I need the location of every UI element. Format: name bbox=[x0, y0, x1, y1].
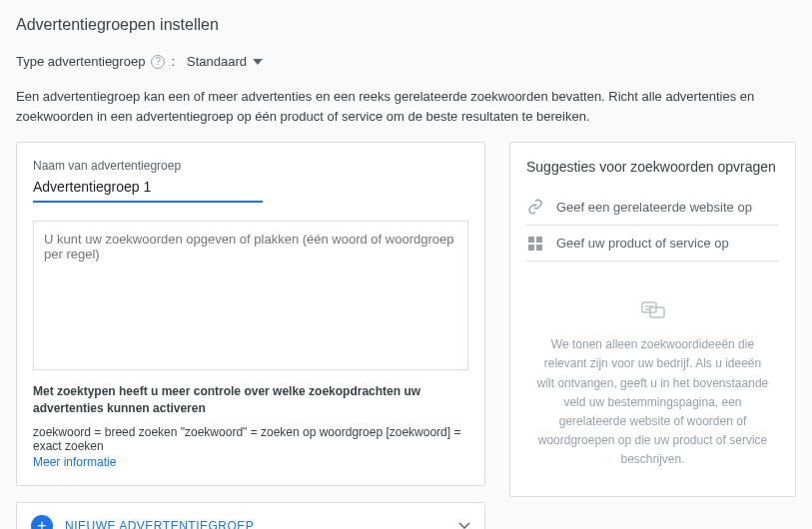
suggestions-empty-state: We tonen alleen zoekwoordideeën die rele… bbox=[526, 262, 779, 480]
link-icon bbox=[526, 199, 544, 215]
ad-group-type-row: Type advertentiegroep ? : Standaard bbox=[16, 50, 796, 73]
svg-rect-3 bbox=[536, 245, 542, 251]
svg-rect-1 bbox=[536, 237, 542, 243]
suggestions-card: Suggesties voor zoekwoorden opvragen Gee… bbox=[509, 142, 796, 497]
keywords-textarea[interactable] bbox=[33, 221, 468, 370]
suggestion-product-row[interactable]: Geef uw product of service op bbox=[526, 226, 779, 262]
matchtype-note: Met zoektypen heeft u meer controle over… bbox=[33, 383, 468, 417]
ad-group-type-select[interactable]: Standaard bbox=[181, 50, 269, 73]
name-label: Naam van advertentiegroep bbox=[33, 159, 468, 173]
suggestions-empty-text: We tonen alleen zoekwoordideeën die rele… bbox=[536, 335, 769, 469]
new-group-label: NIEUWE ADVERTENTIEGROEP bbox=[65, 519, 446, 529]
page-title: Advertentiegroepen instellen bbox=[16, 16, 796, 34]
chevron-down-icon bbox=[458, 518, 470, 529]
matchtype-examples: zoekwoord = breed zoeken "zoekwoord" = z… bbox=[33, 425, 468, 453]
type-value: Standaard bbox=[187, 54, 247, 69]
chat-icon bbox=[536, 301, 769, 327]
svg-rect-0 bbox=[528, 237, 534, 243]
new-ad-group-button[interactable]: + NIEUWE ADVERTENTIEGROEP bbox=[16, 502, 485, 529]
svg-rect-2 bbox=[528, 245, 534, 251]
suggestion-product-label: Geef uw product of service op bbox=[556, 236, 729, 251]
more-info-link[interactable]: Meer informatie bbox=[33, 455, 116, 469]
type-label: Type advertentiegroep bbox=[16, 54, 145, 69]
suggestion-website-label: Geef een gerelateerde website op bbox=[556, 200, 752, 215]
type-colon: : bbox=[171, 54, 175, 69]
chevron-down-icon bbox=[253, 59, 263, 65]
help-icon[interactable]: ? bbox=[151, 55, 165, 69]
plus-icon: + bbox=[31, 515, 53, 529]
ad-group-name-input[interactable] bbox=[33, 175, 263, 203]
suggestion-website-row[interactable]: Geef een gerelateerde website op bbox=[526, 189, 779, 226]
grid-icon bbox=[526, 237, 544, 251]
ad-group-card: Naam van advertentiegroep Met zoektypen … bbox=[16, 142, 485, 486]
intro-text: Een advertentiegroep kan een of meer adv… bbox=[16, 87, 796, 126]
suggestions-title: Suggesties voor zoekwoorden opvragen bbox=[526, 159, 779, 175]
